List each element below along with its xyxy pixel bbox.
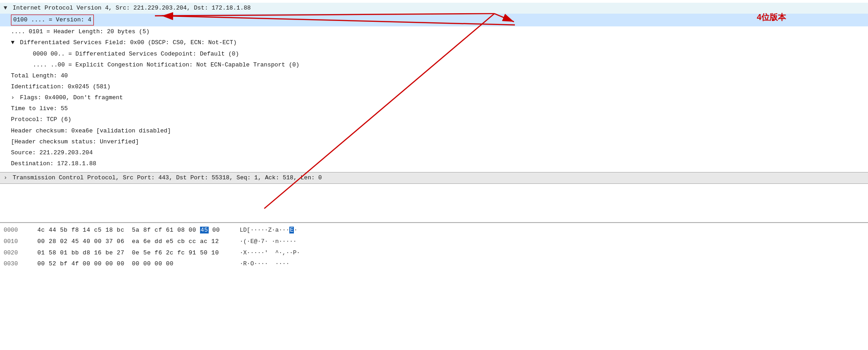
- version-box: 0100 .... = Version: 4: [11, 15, 94, 25]
- flags-row[interactable]: › Flags: 0x4000, Don't fragment: [0, 92, 868, 103]
- annotation-label: 4位版本: [757, 12, 786, 23]
- hex-offset-3: 0030: [4, 259, 26, 269]
- dscp-row[interactable]: 0000 00.. = Differentiated Services Code…: [0, 49, 868, 60]
- flags-text: Flags: 0x4000, Don't fragment: [20, 94, 123, 101]
- version-row[interactable]: 0100 .... = Version: 4: [0, 14, 868, 26]
- dscp-text: 0000 00.. = Differentiated Services Code…: [33, 51, 239, 57]
- identification-row[interactable]: Identification: 0x0245 (581): [0, 81, 868, 92]
- hex-row-0000: 0000 4c 44 5b f8 14 c5 18 bc 5a 8f cf 61…: [0, 225, 868, 236]
- tcp-expand-icon[interactable]: ›: [4, 174, 7, 181]
- header-length-row[interactable]: .... 0101 = Header Length: 20 bytes (5): [0, 26, 868, 37]
- hex-ascii-2: ·X·····' ^·,··P·: [240, 249, 300, 258]
- ecn-row[interactable]: .... ..00 = Explicit Congestion Notifica…: [0, 60, 868, 71]
- ds-field-text: Differentiated Services Field: 0x00 (DSC…: [20, 39, 237, 46]
- checksum-status-text: [Header checksum status: Unverified]: [11, 138, 139, 145]
- total-length-row[interactable]: Total Length: 40: [0, 71, 868, 81]
- hex-bytes-0: 4c 44 5b f8 14 c5 18 bc 5a 8f cf 61 08 0…: [37, 226, 229, 235]
- flags-expand-icon[interactable]: ›: [11, 94, 15, 101]
- header-length-text: .... 0101 = Header Length: 20 bytes (5): [11, 28, 149, 35]
- hex-offset-2: 0020: [4, 249, 26, 258]
- checksum-row[interactable]: Header checksum: 0xea6e [validation disa…: [0, 126, 868, 137]
- ip-header-label: Internet Protocol Version 4, Src: 221.22…: [13, 5, 251, 11]
- ecn-text: .... ..00 = Explicit Congestion Notifica…: [33, 61, 299, 68]
- total-length-text: Total Length: 40: [11, 72, 68, 79]
- hex-dump-panel: 0000 4c 44 5b f8 14 c5 18 bc 5a 8f cf 61…: [0, 223, 868, 350]
- tcp-row[interactable]: › Transmission Control Protocol, Src Por…: [0, 172, 868, 184]
- destination-text: Destination: 172.18.1.88: [11, 160, 96, 167]
- ds-field-row[interactable]: ▼ Differentiated Services Field: 0x00 (D…: [0, 37, 868, 48]
- checksum-status-row[interactable]: [Header checksum status: Unverified]: [0, 137, 868, 147]
- source-row[interactable]: Source: 221.229.203.204: [0, 147, 868, 158]
- ascii-highlight-E: E: [289, 227, 294, 233]
- hex-ascii-1: ·(·E@·7· ·n·····: [240, 237, 297, 247]
- protocol-detail-panel: ▼ Internet Protocol Version 4, Src: 221.…: [0, 0, 868, 223]
- hex-highlight-45[interactable]: 45: [200, 227, 209, 233]
- expand-icon[interactable]: ▼: [4, 5, 7, 11]
- destination-row[interactable]: Destination: 172.18.1.88: [0, 158, 868, 169]
- ttl-row[interactable]: Time to live: 55: [0, 103, 868, 114]
- hex-row-0020: 0020 01 58 01 bb d8 16 be 27 0e 5e f6 2c…: [0, 248, 868, 259]
- ds-expand-icon[interactable]: ▼: [11, 39, 15, 46]
- identification-text: Identification: 0x0245 (581): [11, 83, 110, 90]
- ttl-text: Time to live: 55: [11, 105, 68, 112]
- hex-offset-0: 0000: [4, 226, 26, 235]
- tcp-text: Transmission Control Protocol, Src Port:…: [13, 174, 322, 181]
- protocol-row[interactable]: Protocol: TCP (6): [0, 114, 868, 125]
- hex-ascii-0: LD[·····Z·a···E·: [240, 226, 298, 235]
- ip-header-row[interactable]: ▼ Internet Protocol Version 4, Src: 221.…: [0, 3, 868, 14]
- hex-bytes-3: 00 52 bf 4f 00 00 00 00 00 00 00 00: [37, 259, 229, 269]
- checksum-text: Header checksum: 0xea6e [validation disa…: [11, 127, 171, 134]
- hex-ascii-3: ·R·O···· ····: [240, 259, 289, 269]
- hex-bytes-1: 00 28 02 45 40 00 37 06 ea 6e dd e5 cb c…: [37, 237, 229, 247]
- protocol-text: Protocol: TCP (6): [11, 116, 72, 123]
- hex-bytes-2: 01 58 01 bb d8 16 be 27 0e 5e f6 2c fc 9…: [37, 249, 229, 258]
- source-text: Source: 221.229.203.204: [11, 149, 92, 156]
- hex-row-0030: 0030 00 52 bf 4f 00 00 00 00 00 00 00 00…: [0, 259, 868, 270]
- hex-row-0010: 0010 00 28 02 45 40 00 37 06 ea 6e dd e5…: [0, 236, 868, 248]
- hex-offset-1: 0010: [4, 237, 26, 247]
